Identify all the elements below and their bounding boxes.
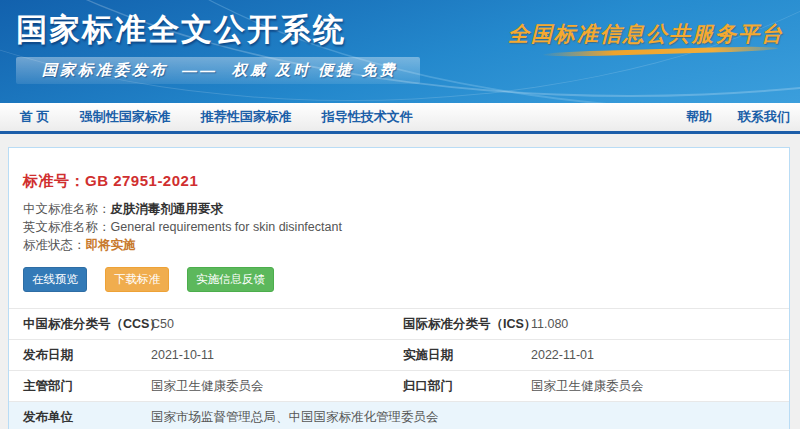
competent-dept-label: 主管部门 (23, 371, 73, 401)
implement-date-label: 实施日期 (403, 340, 453, 370)
nav-right-group: 帮助 联系我们 (686, 103, 794, 131)
publish-date-value: 2021-10-11 (151, 340, 214, 370)
ccs-label: 中国标准分类号（CCS） (23, 309, 162, 339)
nav-item-contact-us[interactable]: 联系我们 (738, 103, 790, 131)
publish-date-label: 发布日期 (23, 340, 73, 370)
ics-label: 国际标准分类号（ICS） (403, 309, 536, 339)
standard-info-table: 中国标准分类号（CCS） C50 国际标准分类号（ICS） 11.080 发布日… (9, 308, 789, 429)
main-nav: 首 页 强制性国家标准 推荐性国家标准 指导性技术文件 帮助 联系我们 (0, 103, 800, 131)
publish-unit-value: 国家市场监督管理总局、中国国家标准化管理委员会 (151, 402, 439, 429)
nav-left-group: 首 页 强制性国家标准 推荐性国家标准 指导性技术文件 (20, 103, 686, 131)
platform-name-link[interactable]: 全国标准信息公共服务平台 (508, 20, 784, 48)
publisher-label: 国家标准委发布 (42, 61, 168, 80)
publisher-slogan: 权威 及时 便捷 免费 (232, 61, 398, 80)
download-standard-button[interactable]: 下载标准 (105, 267, 169, 292)
nav-item-help[interactable]: 帮助 (686, 103, 712, 131)
standard-number-value: GB 27951-2021 (85, 172, 198, 189)
chinese-name-label: 中文标准名称： (23, 202, 111, 216)
table-row-publisher: 发布单位 国家市场监督管理总局、中国国家标准化管理委员会 (9, 401, 789, 429)
standard-number-label: 标准号： (23, 172, 85, 189)
nav-item-mandatory-standards[interactable]: 强制性国家标准 (80, 103, 171, 131)
chinese-name-line: 中文标准名称：皮肤消毒剂通用要求 (23, 201, 223, 217)
english-name-value: General requirements for skin disinfecta… (111, 220, 342, 234)
table-row-dates: 发布日期 2021-10-11 实施日期 2022-11-01 (9, 339, 789, 370)
nav-item-recommended-standards[interactable]: 推荐性国家标准 (201, 103, 292, 131)
nav-item-guiding-documents[interactable]: 指导性技术文件 (322, 103, 413, 131)
online-preview-button[interactable]: 在线预览 (23, 267, 87, 292)
site-title[interactable]: 国家标准全文公开系统 (16, 9, 346, 51)
publisher-dash: —— (182, 62, 218, 79)
site-header: 国家标准全文公开系统 国家标准委发布 —— 权威 及时 便捷 免费 全国标准信息… (0, 0, 800, 103)
english-name-label: 英文标准名称： (23, 220, 111, 234)
nav-item-home[interactable]: 首 页 (20, 103, 50, 131)
standard-detail-card: 标准号：GB 27951-2021 中文标准名称：皮肤消毒剂通用要求 英文标准名… (8, 147, 790, 429)
ccs-value: C50 (151, 309, 174, 339)
centralized-dept-label: 归口部门 (403, 371, 453, 401)
status-line: 标准状态：即将实施 (23, 237, 136, 253)
implement-date-value: 2022-11-01 (531, 340, 594, 370)
chinese-name-value: 皮肤消毒剂通用要求 (111, 202, 224, 216)
english-name-line: 英文标准名称：General requirements for skin dis… (23, 219, 342, 235)
table-row-classification: 中国标准分类号（CCS） C50 国际标准分类号（ICS） 11.080 (9, 308, 789, 339)
centralized-dept-value: 国家卫生健康委员会 (531, 371, 644, 401)
competent-dept-value: 国家卫生健康委员会 (151, 371, 264, 401)
standard-number-line: 标准号：GB 27951-2021 (23, 172, 198, 191)
ics-value: 11.080 (531, 309, 568, 339)
table-row-departments: 主管部门 国家卫生健康委员会 归口部门 国家卫生健康委员会 (9, 370, 789, 401)
status-label: 标准状态： (23, 238, 86, 252)
implementation-feedback-button[interactable]: 实施信息反馈 (187, 267, 274, 292)
action-button-row: 在线预览 下载标准 实施信息反馈 (23, 267, 274, 292)
nav-divider-bar (0, 131, 800, 134)
status-badge: 即将实施 (86, 238, 136, 252)
publisher-banner: 国家标准委发布 —— 权威 及时 便捷 免费 (16, 57, 420, 84)
publish-unit-label: 发布单位 (23, 402, 73, 429)
